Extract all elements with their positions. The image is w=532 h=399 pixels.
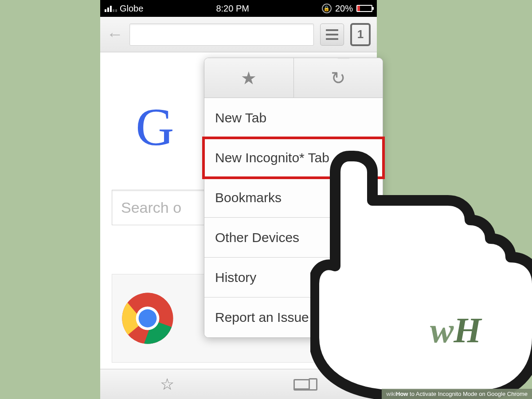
menu-item-bookmarks[interactable]: Bookmarks: [204, 178, 383, 218]
caption-wiki: wiki: [386, 391, 396, 397]
caption-how: How: [396, 391, 408, 397]
chrome-icon: [121, 292, 174, 345]
back-button[interactable]: ←: [106, 25, 123, 44]
menu-item-new-incognito-tab[interactable]: New Incognito* Tab: [204, 138, 383, 178]
caption-rest: to Activate Incognito Mode on Google Chr…: [408, 391, 528, 397]
tab-count-label: 1: [357, 27, 364, 41]
address-bar-input[interactable]: [129, 23, 314, 46]
chrome-menu-dropdown: ★ ↻ New Tab New Incognito* Tab Bookmarks…: [204, 58, 383, 338]
status-right: 🔒 20%: [322, 4, 372, 14]
status-left: Globe: [105, 4, 143, 14]
bottom-toolbar: ☆: [100, 369, 377, 399]
menu-button[interactable]: [320, 23, 344, 46]
svg-point-2: [139, 309, 157, 328]
clock-label: 8:20 PM: [216, 4, 249, 14]
browser-toolbar: ← 1: [100, 17, 377, 52]
rotation-lock-icon: 🔒: [322, 4, 332, 13]
signal-icon: [105, 5, 117, 12]
menu-item-report-issue[interactable]: Report an Issue: [204, 297, 383, 337]
reload-button[interactable]: ↻: [294, 58, 383, 98]
bookmark-star-button[interactable]: ★: [204, 58, 294, 98]
menu-item-new-tab[interactable]: New Tab: [204, 98, 383, 138]
menu-top-row: ★ ↻: [204, 58, 383, 98]
wikihow-watermark: wH: [430, 310, 481, 351]
google-logo: G: [136, 97, 174, 158]
carrier-label: Globe: [120, 4, 143, 14]
caption-bar: wikiHow to Activate Incognito Mode on Go…: [382, 389, 532, 399]
menu-item-history[interactable]: History: [204, 258, 383, 297]
bookmarks-star-icon[interactable]: ☆: [160, 375, 174, 394]
status-bar: Globe 8:20 PM 🔒 20%: [100, 0, 377, 17]
tabs-button[interactable]: 1: [350, 23, 371, 46]
battery-pct-label: 20%: [335, 4, 353, 14]
menu-item-other-devices[interactable]: Other Devices: [204, 218, 383, 258]
devices-icon[interactable]: [293, 378, 317, 391]
battery-icon: [356, 5, 372, 12]
search-placeholder: Search o: [121, 199, 181, 216]
